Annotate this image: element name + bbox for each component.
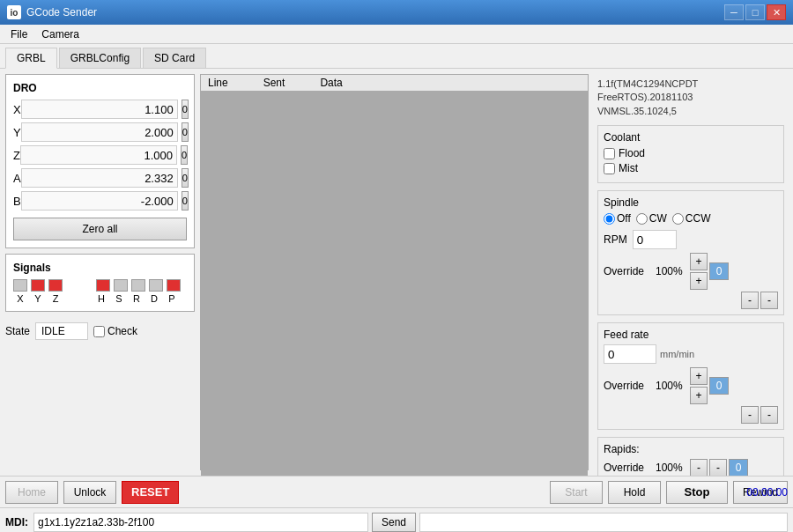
mdi-output[interactable] [419,513,788,532]
signal-name-p: P [165,293,179,304]
dro-label: DRO [13,82,187,94]
spindle-mode-row: Off CW CCW [604,212,778,225]
axis-y-zero[interactable]: 0 [182,122,189,142]
home-button[interactable]: Home [5,481,58,504]
feed-minus-2[interactable]: - [760,406,778,424]
feed-plus-2[interactable]: + [690,387,708,404]
spindle-override-row: Override 100% + + 0 [604,253,778,290]
start-button[interactable]: Start [550,481,603,504]
spindle-plus-1[interactable]: + [690,253,708,270]
axis-y-value[interactable] [21,122,178,142]
spindle-title: Spindle [604,196,778,209]
axis-b-zero[interactable]: 0 [182,191,189,211]
signal-dot-p [167,279,181,292]
axis-a-zero[interactable]: 0 [182,168,189,188]
hold-button[interactable]: Hold [608,481,661,504]
flood-checkbox[interactable] [604,148,615,159]
rapids-zero-btn[interactable]: 0 [729,459,748,477]
signals-dots-row [13,279,187,292]
col-sent: Sent [263,77,285,89]
rpm-label: RPM [604,233,627,246]
reset-button[interactable]: RESET [122,481,179,504]
mdi-bar: MDI: Send [0,507,793,532]
mist-checkbox[interactable] [604,163,615,174]
main-content: DRO X 0 Y 0 Z 0 A 0 B [0,69,793,476]
dro-row-y: Y 0 [13,122,187,142]
menu-file[interactable]: File [4,26,34,42]
spindle-cw-radio[interactable] [636,213,648,225]
axis-a-value[interactable] [21,168,178,188]
menu-camera[interactable]: Camera [34,26,86,42]
spindle-zero-btn[interactable]: 0 [709,262,729,280]
signal-dot-1 [31,279,45,292]
spindle-ccw-radio[interactable] [672,213,684,225]
signal-name-y: Y [31,293,45,304]
rapids-minus-2[interactable]: - [709,459,727,477]
signal-name-d: D [147,293,161,304]
flood-row: Flood [604,147,778,159]
mdi-label: MDI: [5,516,28,528]
tab-sdcard[interactable]: SD Card [143,48,206,68]
rapids-title: Rapids: [604,443,778,455]
signal-dot-2 [48,279,63,292]
mdi-input[interactable] [33,513,368,532]
axis-b-value[interactable] [21,191,178,211]
feed-zero-btn[interactable]: 0 [709,377,729,395]
feed-minus-row: - - [604,406,778,424]
signal-names-row: X Y Z H S R D P [13,293,187,304]
axis-x-zero[interactable]: 0 [182,100,189,119]
send-button[interactable]: Send [372,513,416,532]
unlock-button[interactable]: Unlock [63,481,116,504]
dro-row-x: X 0 [13,100,187,119]
spindle-minus-1[interactable]: - [741,292,759,309]
spindle-override-label: Override [604,265,652,277]
rapids-override-label: Override [604,462,652,474]
feed-input[interactable] [604,344,656,364]
col-line: Line [208,77,228,89]
rapids-minus-1[interactable]: - [690,459,708,477]
minimize-button[interactable]: ─ [724,4,744,20]
signal-name-x: X [13,293,27,304]
dro-row-a: A 0 [13,168,187,188]
feed-input-row: mm/min [604,344,778,364]
state-value [35,322,88,340]
stop-button[interactable]: Stop [666,481,728,504]
spindle-minus-2[interactable]: - [760,292,778,309]
left-panel: DRO X 0 Y 0 Z 0 A 0 B [5,74,195,470]
feed-plus-btns: + + [690,367,708,404]
feed-override-controls: + + 0 [690,367,729,404]
spindle-plus-2[interactable]: + [690,272,708,290]
zero-all-button[interactable]: Zero all [13,218,187,240]
signal-dot-d [149,279,163,292]
feed-override-label: Override [604,380,652,392]
app-title: GCode Sender [26,6,719,18]
rpm-input[interactable] [633,230,677,249]
axis-b-label: B [13,195,21,208]
axis-z-zero[interactable]: 0 [181,145,188,165]
signal-name-h: H [94,293,108,304]
feed-override-pct: 100% [656,380,686,392]
rapids-override-row: Override 100% - - 0 [604,459,778,477]
tab-grblconfig[interactable]: GRBLConfig [59,48,141,68]
axis-x-value[interactable] [21,100,178,119]
feed-minus-1[interactable]: - [741,406,759,424]
feed-plus-1[interactable]: + [690,367,708,385]
spindle-ccw-text: CCW [686,212,711,225]
close-button[interactable]: ✕ [767,4,786,20]
spindle-override-pct: 100% [656,265,686,277]
signal-name-s: S [112,293,126,304]
tab-grbl[interactable]: GRBL [5,48,57,69]
signal-dot-0 [13,279,27,292]
axis-z-value[interactable] [20,145,177,165]
spindle-off-label: Off [604,212,631,225]
axis-z-label: Z [13,149,20,162]
mist-label: Mist [619,162,638,174]
window-controls: ─ □ ✕ [724,4,786,20]
spindle-off-radio[interactable] [604,213,615,225]
spindle-cw-label: CW [636,212,667,225]
col-data: Data [320,77,342,89]
maximize-button[interactable]: □ [745,4,765,20]
check-checkbox[interactable] [93,326,105,337]
gcode-content [201,92,588,486]
app-icon: io [7,5,21,19]
